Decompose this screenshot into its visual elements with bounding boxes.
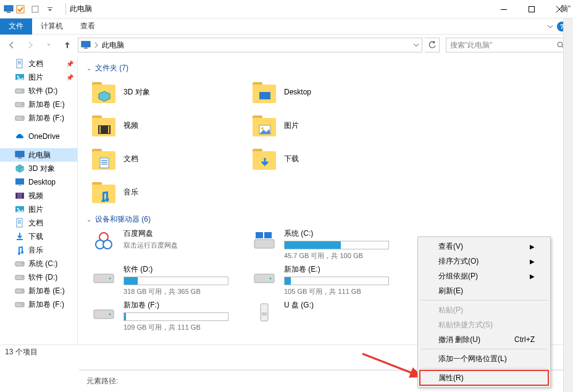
sidebar-item[interactable]: 新加卷 (F:)	[0, 111, 77, 125]
context-menu-item[interactable]: 属性(R)	[420, 370, 548, 385]
folder-label: 3D 对象	[123, 87, 150, 98]
context-menu-item[interactable]: 刷新(E)	[420, 283, 548, 298]
drive-icon	[91, 264, 116, 289]
drive-label: U 盘 (G:)	[284, 300, 406, 311]
folder-item[interactable]: 3D 对象	[91, 76, 246, 108]
sidebar-item-label: 软件 (D:)	[28, 272, 57, 283]
sidebar-item[interactable]: OneDrive	[0, 130, 77, 143]
sidebar-item[interactable]: 文档📌	[0, 57, 77, 70]
address-field[interactable]: 此电脑	[78, 38, 422, 52]
sidebar-item[interactable]: 3D 对象	[0, 162, 77, 175]
svg-rect-51	[101, 160, 107, 161]
search-placeholder: 搜索"此电脑"	[450, 40, 493, 51]
sidebar-item[interactable]: 新加卷 (E:)	[0, 284, 77, 298]
svg-rect-44	[259, 92, 270, 99]
drive-item[interactable]: 新加卷 (E:)105 GB 可用，共 111 GB	[252, 263, 406, 298]
svg-rect-67	[262, 312, 267, 315]
sidebar-item-label: 视频	[28, 191, 43, 201]
drive-capacity-bar	[123, 277, 228, 285]
context-menu-item[interactable]: 撤消 删除(U)Ctrl+Z	[420, 332, 548, 347]
drive-info: 45.7 GB 可用，共 100 GB	[284, 251, 406, 261]
search-field[interactable]: 搜索"此电脑"	[446, 38, 569, 52]
maximize-button[interactable]	[517, 0, 545, 19]
group-header-folders[interactable]: ⌄ 文件夹 (7)	[86, 63, 564, 73]
drive-label: 百度网盘	[123, 228, 246, 239]
folder-item[interactable]: 视频	[91, 109, 246, 141]
svg-rect-24	[15, 178, 24, 185]
pc-icon	[81, 40, 91, 50]
sidebar-item[interactable]: 软件 (D:)	[0, 84, 77, 98]
svg-rect-3	[32, 6, 38, 12]
ribbon-tab-file[interactable]: 文件	[0, 19, 32, 35]
svg-rect-50	[100, 158, 109, 168]
svg-rect-28	[22, 193, 23, 198]
folder-icon	[91, 180, 116, 204]
svg-rect-20	[15, 116, 24, 120]
svg-point-61	[109, 278, 111, 280]
outer-scrollbar[interactable]	[563, 19, 573, 392]
sidebar-item[interactable]: 系统 (C:)	[0, 257, 77, 270]
group-title: 设备和驱动器 (6)	[95, 214, 151, 225]
context-menu-item[interactable]: 排序方式(O)▶	[420, 254, 548, 269]
context-menu-item[interactable]: 查看(V)▶	[420, 239, 548, 254]
sidebar-item[interactable]: 图片	[0, 202, 77, 216]
refresh-button[interactable]	[425, 38, 440, 52]
context-menu-item[interactable]: 添加一个网络位置(L)	[420, 351, 548, 366]
svg-rect-57	[254, 240, 274, 248]
drive-item[interactable]: 系统 (C:)45.7 GB 可用，共 100 GB	[252, 227, 406, 262]
sidebar-item[interactable]: 此电脑	[0, 148, 77, 162]
sidebar-item[interactable]: 音乐	[0, 243, 77, 257]
menu-label: 添加一个网络位置(L)	[438, 354, 507, 364]
sidebar-item-label: 新加卷 (E:)	[28, 99, 65, 110]
sidebar-item[interactable]: 下载	[0, 230, 77, 243]
svg-point-21	[22, 117, 23, 119]
svg-rect-4	[48, 7, 52, 8]
drive-item[interactable]: 百度网盘双击运行百度网盘	[91, 227, 246, 262]
ribbon-tab-computer[interactable]: 计算机	[32, 19, 72, 35]
up-button[interactable]	[59, 37, 75, 53]
menu-label: 粘贴快捷方式(S)	[438, 320, 493, 330]
folder-item[interactable]: 下载	[252, 143, 406, 175]
address-dropdown-icon[interactable]	[413, 42, 419, 48]
element-path-label: 元素路径:	[86, 376, 118, 386]
context-menu-item[interactable]: 分组依据(P)▶	[420, 269, 548, 283]
chevron-down-icon: ⌄	[86, 216, 91, 223]
drive-item[interactable]: U 盘 (G:)	[252, 299, 406, 333]
svg-point-30	[17, 208, 19, 210]
back-button[interactable]	[4, 37, 20, 53]
group-header-drives[interactable]: ⌄ 设备和驱动器 (6)	[86, 214, 564, 225]
sidebar-item-label: 图片	[28, 204, 43, 215]
sidebar-item[interactable]: 软件 (D:)	[0, 270, 77, 284]
sidebar-item[interactable]: 新加卷 (F:)	[0, 298, 77, 311]
qat-checkbox[interactable]	[14, 2, 27, 16]
sidebar-item[interactable]: 新加卷 (E:)	[0, 98, 77, 111]
minimize-button[interactable]	[490, 0, 517, 19]
qat-dropdown[interactable]	[43, 2, 57, 16]
svg-rect-0	[4, 6, 13, 11]
drive-item[interactable]: 新加卷 (F:)109 GB 可用，共 111 GB	[91, 299, 246, 333]
folder-item[interactable]: 图片	[252, 109, 406, 141]
sidebar-item[interactable]: 图片📌	[0, 70, 77, 84]
folder-icon	[91, 146, 116, 171]
forward-button[interactable]	[22, 37, 38, 53]
svg-rect-13	[18, 64, 21, 64]
menu-label: 属性(R)	[438, 373, 464, 383]
drive-item[interactable]: 软件 (D:)318 GB 可用，共 365 GB	[91, 263, 246, 298]
chevron-down-icon: ⌄	[86, 65, 91, 72]
recent-dropdown[interactable]	[41, 37, 57, 53]
qat-item[interactable]	[28, 2, 42, 16]
sidebar-item[interactable]: 文档	[0, 216, 77, 230]
svg-point-15	[17, 76, 19, 78]
ribbon-collapse-icon[interactable]	[547, 23, 553, 30]
ribbon-tab-view[interactable]: 查看	[72, 19, 104, 35]
folder-item[interactable]: Desktop	[252, 76, 406, 108]
menu-label: 刷新(E)	[438, 286, 463, 296]
chevron-right-icon: ▶	[530, 258, 535, 265]
sidebar-item-label: 新加卷 (F:)	[28, 299, 64, 310]
drive-info: 105 GB 可用，共 111 GB	[284, 287, 406, 296]
folder-item[interactable]: 文档	[91, 143, 246, 175]
sidebar-item[interactable]: 视频	[0, 189, 77, 202]
sidebar-item[interactable]: Desktop	[0, 175, 77, 189]
folder-item[interactable]: 音乐	[91, 176, 246, 208]
drive-capacity-bar	[284, 241, 389, 249]
